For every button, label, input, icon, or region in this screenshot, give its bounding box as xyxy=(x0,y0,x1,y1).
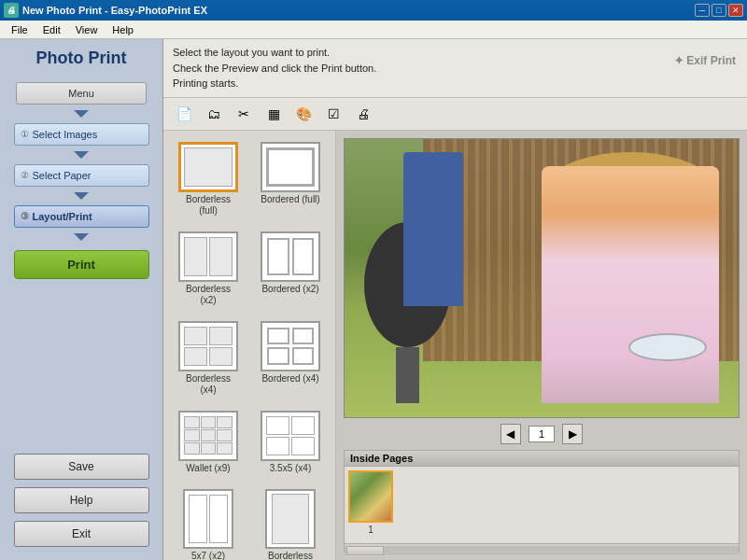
menu-view[interactable]: View xyxy=(68,22,106,37)
scrollbar-thumb[interactable] xyxy=(346,546,384,555)
exif-star: ✦ xyxy=(674,54,686,67)
layout-thumb-3[interactable] xyxy=(261,231,320,282)
exit-button[interactable]: Exit xyxy=(14,521,149,547)
thumbnail-item[interactable]: 1 xyxy=(348,470,393,535)
layout-label-6: Wallet (x9) xyxy=(186,463,230,474)
step3-num: ③ xyxy=(21,211,29,221)
menu-file[interactable]: File xyxy=(4,22,35,37)
scrollbar-track xyxy=(345,546,739,555)
layout-item-5x7[interactable]: 5x7 (x2) xyxy=(171,485,246,561)
titlebar-left: 🖨 New Photo Print - Easy-PhotoPrint EX xyxy=(4,3,207,18)
toolbar-new-icon[interactable]: 📄 xyxy=(171,102,197,126)
step3-label: Layout/Print xyxy=(33,211,92,222)
toolbar-color-icon[interactable]: 🎨 xyxy=(290,102,317,126)
layout-thumb-1[interactable] xyxy=(261,142,320,192)
inside-pages-scrollbar[interactable] xyxy=(345,543,739,556)
step1-num: ① xyxy=(21,129,29,139)
inside-pages-header: Inside Pages xyxy=(345,451,739,467)
menu-edit[interactable]: Edit xyxy=(35,22,68,37)
layout-thumb-5[interactable] xyxy=(261,321,320,371)
info-line2: Check the Preview and click the Print bu… xyxy=(173,61,738,77)
layout-item-bordered-x2[interactable]: Bordered (x2) xyxy=(253,228,328,310)
layout-label-7: 3.5x5 (x4) xyxy=(270,463,311,474)
layout-label-9: Borderless(half) xyxy=(268,551,313,561)
app-main: Photo Print Menu ① Select Images ② Selec… xyxy=(0,39,747,560)
layout-label-2: Borderless(x2) xyxy=(186,284,231,306)
prev-page-button[interactable]: ◀ xyxy=(500,424,521,444)
layout-item-bordered-x4[interactable]: Bordered (x4) xyxy=(253,317,328,399)
layout-item-bordered-full[interactable]: Bordered (full) xyxy=(253,138,328,220)
layout-item-borderless-half[interactable]: Borderless(half) xyxy=(253,485,328,561)
exif-print-logo: ✦ Exif Print xyxy=(674,47,736,72)
layout-label-5: Bordered (x4) xyxy=(261,373,318,385)
arrow-icon-2 xyxy=(74,151,89,159)
main-split: Borderless(full) Bordered (full) xyxy=(163,131,747,561)
help-button[interactable]: Help xyxy=(14,487,149,513)
info-line1: Select the layout you want to print. xyxy=(173,45,738,61)
inside-pages-panel: Inside Pages 1 xyxy=(344,450,740,553)
photo-scene xyxy=(345,139,739,418)
layout-thumb-0[interactable] xyxy=(178,142,238,192)
layout-item-borderless-x4[interactable]: Borderless(x4) xyxy=(171,317,246,399)
layout-print-step[interactable]: ③ Layout/Print xyxy=(14,205,149,228)
next-page-button[interactable]: ▶ xyxy=(562,424,583,444)
photo-person-bg xyxy=(403,152,462,305)
layout-item-3-5x5[interactable]: 3.5x5 (x4) xyxy=(253,407,328,478)
layout-thumb-2[interactable] xyxy=(178,231,238,282)
titlebar-controls[interactable]: ─ □ ✕ xyxy=(695,4,743,17)
minimize-button[interactable]: ─ xyxy=(695,4,710,17)
toolbar-print-icon[interactable]: 🖨 xyxy=(350,102,376,126)
layout-item-borderless-full[interactable]: Borderless(full) xyxy=(171,138,246,220)
layout-grid: Borderless(full) Bordered (full) xyxy=(163,131,335,561)
sidebar-title: Photo Print xyxy=(36,49,127,69)
app-icon: 🖨 xyxy=(4,3,19,18)
photo-grill-stand xyxy=(396,347,419,403)
layout-label-8: 5x7 (x2) xyxy=(191,551,225,561)
step2-label: Select Paper xyxy=(33,170,92,181)
layout-panel[interactable]: Borderless(full) Bordered (full) xyxy=(163,131,336,561)
layout-thumb-6[interactable] xyxy=(178,411,238,461)
layout-label-3: Bordered (x2) xyxy=(261,284,318,295)
step2-num: ② xyxy=(21,170,29,180)
select-images-step[interactable]: ① Select Images xyxy=(14,123,149,146)
arrow-icon-4 xyxy=(74,233,89,241)
toolbar-open-icon[interactable]: 🗂 xyxy=(201,102,227,126)
arrow-icon-3 xyxy=(74,192,89,200)
layout-item-wallet-x9[interactable]: Wallet (x9) xyxy=(171,407,246,478)
page-number: 1 xyxy=(529,426,555,442)
toolbar: 📄 🗂 ✂ ▦ 🎨 ☑ 🖨 xyxy=(163,98,747,131)
titlebar: 🖨 New Photo Print - Easy-PhotoPrint EX ─… xyxy=(0,0,747,21)
close-button[interactable]: ✕ xyxy=(728,4,743,17)
toolbar-adjust-icon[interactable]: ▦ xyxy=(261,102,287,126)
layout-label-4: Borderless(x4) xyxy=(186,373,231,396)
layout-label-0: Borderless(full) xyxy=(186,194,231,217)
step1-label: Select Images xyxy=(33,129,98,140)
thumbnail-label: 1 xyxy=(368,525,374,535)
select-paper-step[interactable]: ② Select Paper xyxy=(14,164,149,187)
layout-thumb-4[interactable] xyxy=(178,321,238,371)
save-button[interactable]: Save xyxy=(14,454,149,480)
arrow-icon-1 xyxy=(74,110,89,118)
menu-button[interactable]: Menu xyxy=(16,82,147,105)
sidebar: Photo Print Menu ① Select Images ② Selec… xyxy=(0,39,163,560)
maximize-button[interactable]: □ xyxy=(712,4,726,17)
photo-preview xyxy=(344,138,740,419)
print-button[interactable]: Print xyxy=(14,250,149,279)
toolbar-check-icon[interactable]: ☑ xyxy=(320,102,346,126)
titlebar-title: New Photo Print - Easy-PhotoPrint EX xyxy=(22,5,207,16)
layout-label-1: Bordered (full) xyxy=(261,194,319,205)
layout-thumb-9[interactable] xyxy=(265,489,316,549)
info-line3: Printing starts. xyxy=(173,76,738,91)
layout-thumb-8[interactable] xyxy=(183,489,233,549)
layout-item-borderless-x2[interactable]: Borderless(x2) xyxy=(171,228,246,310)
layout-thumb-7[interactable] xyxy=(261,411,320,461)
menubar: File Edit View Help xyxy=(0,21,747,39)
photo-girl xyxy=(542,166,719,403)
thumbnail-image xyxy=(348,470,393,523)
content-area: Select the layout you want to print. Che… xyxy=(163,39,747,560)
toolbar-crop-icon[interactable]: ✂ xyxy=(231,102,257,126)
inside-pages-content[interactable]: 1 xyxy=(345,467,739,543)
menu-help[interactable]: Help xyxy=(105,22,141,37)
preview-area: ◀ 1 ▶ Inside Pages 1 xyxy=(336,131,747,561)
page-navigation: ◀ 1 ▶ xyxy=(344,424,740,444)
